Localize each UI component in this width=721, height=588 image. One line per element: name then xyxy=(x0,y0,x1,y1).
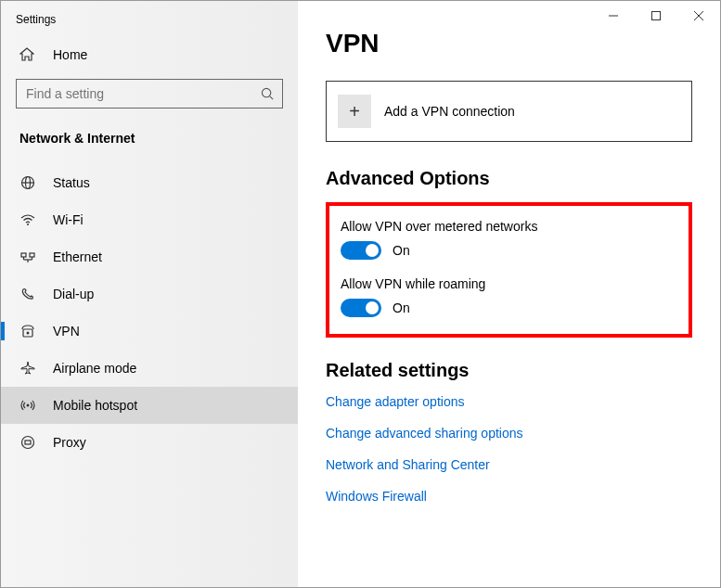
toggle-row-metered: Allow VPN over metered networks On xyxy=(341,219,677,260)
hotspot-icon xyxy=(19,398,36,413)
home-nav[interactable]: Home xyxy=(1,38,298,71)
sidebar-item-status[interactable]: Status xyxy=(1,164,298,201)
link-sharing-options[interactable]: Change advanced sharing options xyxy=(326,426,692,441)
category-heading: Network & Internet xyxy=(1,116,298,155)
advanced-options-heading: Advanced Options xyxy=(326,168,692,189)
svg-point-13 xyxy=(27,332,30,335)
status-icon xyxy=(19,175,36,190)
toggle-metered[interactable] xyxy=(341,241,381,260)
advanced-options-highlight: Allow VPN over metered networks On Allow… xyxy=(326,202,692,338)
sidebar-item-label: Ethernet xyxy=(53,249,102,264)
svg-point-0 xyxy=(262,88,270,96)
sidebar-item-hotspot[interactable]: Mobile hotspot xyxy=(1,387,298,424)
sidebar-item-label: VPN xyxy=(53,324,80,339)
home-label: Home xyxy=(53,47,87,62)
sidebar-item-label: Wi-Fi xyxy=(53,212,84,227)
minimize-button[interactable] xyxy=(592,1,635,31)
svg-rect-16 xyxy=(25,441,31,444)
toggle-label: Allow VPN over metered networks xyxy=(341,219,677,234)
proxy-icon xyxy=(19,435,36,450)
plus-icon: + xyxy=(338,95,371,128)
link-adapter-options[interactable]: Change adapter options xyxy=(326,394,692,409)
svg-line-1 xyxy=(269,96,272,98)
add-vpn-label: Add a VPN connection xyxy=(384,104,515,119)
nav-list: Status Wi-Fi Ethernet Dial-up VPN xyxy=(1,164,298,461)
search-input-container[interactable] xyxy=(16,79,283,109)
sidebar-item-vpn[interactable]: VPN xyxy=(1,313,298,350)
svg-rect-7 xyxy=(30,253,34,257)
toggle-state: On xyxy=(393,243,410,258)
sidebar-item-airplane[interactable]: Airplane mode xyxy=(1,350,298,387)
sidebar-item-label: Proxy xyxy=(53,435,86,450)
sidebar: Settings Home Network & Internet Status … xyxy=(1,1,298,587)
search-input[interactable] xyxy=(17,86,252,101)
link-firewall[interactable]: Windows Firewall xyxy=(326,489,692,504)
related-settings-heading: Related settings xyxy=(326,360,692,381)
main-panel: VPN + Add a VPN connection Advanced Opti… xyxy=(298,1,720,587)
window-controls xyxy=(592,1,720,31)
sidebar-item-label: Airplane mode xyxy=(53,361,136,376)
sidebar-item-label: Mobile hotspot xyxy=(53,398,137,413)
close-button[interactable] xyxy=(677,1,720,31)
sidebar-item-label: Dial-up xyxy=(53,287,94,301)
dialup-icon xyxy=(19,287,36,301)
toggle-row-roaming: Allow VPN while roaming On xyxy=(341,276,677,317)
vpn-icon xyxy=(19,324,36,339)
wifi-icon xyxy=(19,212,36,227)
ethernet-icon xyxy=(19,249,36,264)
svg-rect-6 xyxy=(21,253,26,257)
toggle-state: On xyxy=(393,300,410,315)
maximize-button[interactable] xyxy=(635,1,677,31)
svg-rect-18 xyxy=(652,12,661,20)
airplane-icon xyxy=(19,361,36,376)
sidebar-item-dialup[interactable]: Dial-up xyxy=(1,275,298,313)
window-title: Settings xyxy=(1,1,298,38)
sidebar-item-wifi[interactable]: Wi-Fi xyxy=(1,201,298,238)
svg-point-14 xyxy=(27,404,30,407)
sidebar-item-ethernet[interactable]: Ethernet xyxy=(1,238,298,275)
toggle-label: Allow VPN while roaming xyxy=(341,276,677,291)
svg-point-5 xyxy=(27,224,29,225)
search-icon xyxy=(252,87,282,101)
toggle-roaming[interactable] xyxy=(341,299,381,317)
sidebar-item-label: Status xyxy=(53,175,90,190)
link-network-center[interactable]: Network and Sharing Center xyxy=(326,457,692,472)
related-links: Change adapter options Change advanced s… xyxy=(326,394,692,504)
add-vpn-button[interactable]: + Add a VPN connection xyxy=(326,81,692,142)
home-icon xyxy=(19,47,36,62)
sidebar-item-proxy[interactable]: Proxy xyxy=(1,424,298,461)
svg-point-15 xyxy=(22,437,34,449)
page-title: VPN xyxy=(326,29,692,58)
